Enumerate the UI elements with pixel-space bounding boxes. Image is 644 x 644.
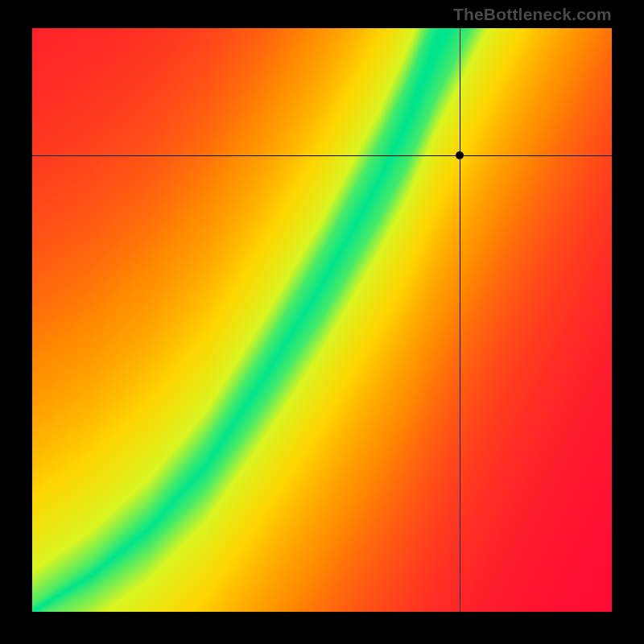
watermark-text: TheBottleneck.com bbox=[453, 5, 612, 24]
crosshair-marker-dot bbox=[456, 151, 464, 159]
crosshair-vertical bbox=[460, 28, 460, 612]
heatmap-plot bbox=[32, 28, 612, 612]
heatmap-canvas bbox=[32, 28, 612, 612]
crosshair-horizontal bbox=[32, 155, 612, 156]
chart-frame: TheBottleneck.com bbox=[0, 0, 644, 644]
